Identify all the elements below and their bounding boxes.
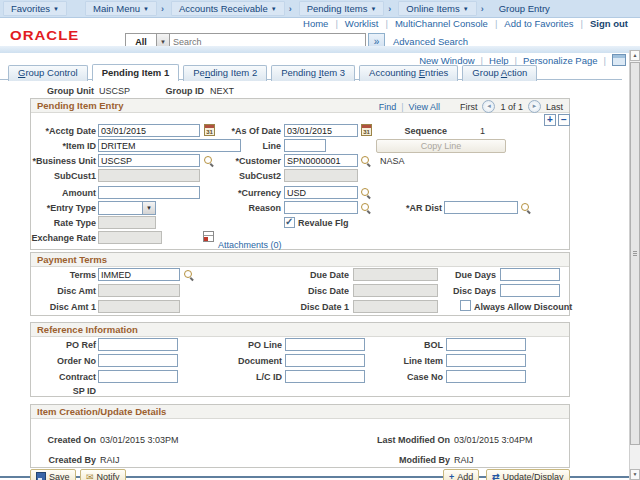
- revalue-flg-checkbox[interactable]: ✓: [284, 217, 295, 228]
- order-no-label: Order No: [20, 356, 96, 366]
- lc-id-input[interactable]: [285, 370, 365, 383]
- section-title: Reference Information: [37, 324, 138, 335]
- breadcrumb-favorites[interactable]: Favorites▼: [3, 1, 67, 16]
- bol-input[interactable]: [446, 338, 526, 351]
- subcust1-input: [98, 169, 200, 182]
- po-line-input[interactable]: [285, 338, 365, 351]
- created-by-value: RAIJ: [100, 455, 120, 465]
- update-display-button[interactable]: ⇄Update/Display: [486, 469, 570, 480]
- add-button[interactable]: +Add: [443, 469, 479, 480]
- amount-input[interactable]: [98, 186, 200, 199]
- home-link[interactable]: Home: [303, 18, 328, 29]
- breadcrumb-main-menu[interactable]: Main Menu▼: [85, 1, 157, 16]
- notify-button[interactable]: ✉Notify: [80, 469, 126, 480]
- next-row-icon[interactable]: ►: [528, 100, 541, 113]
- tab-pending-item-2[interactable]: Pending Item 2: [183, 65, 267, 81]
- contract-input[interactable]: [98, 370, 178, 383]
- tab-group-control[interactable]: Group Control: [8, 65, 88, 81]
- section-header: Pending Item Entry Find | View All First…: [31, 99, 569, 113]
- as-of-date-input[interactable]: [284, 124, 358, 137]
- modified-by-label: Modified By: [370, 455, 450, 465]
- sign-out-link[interactable]: Sign out: [590, 18, 628, 29]
- subcust2-label: SubCust2: [205, 171, 281, 181]
- group-id-value: NEXT: [210, 86, 234, 96]
- reason-label: Reason: [205, 203, 281, 213]
- lookup-icon[interactable]: [361, 203, 371, 213]
- envelope-icon: ✉: [86, 472, 94, 480]
- currency-label: *Currency: [205, 188, 281, 198]
- exchange-rate-detail-icon[interactable]: [203, 231, 214, 242]
- ar-dist-input[interactable]: [444, 201, 518, 214]
- breadcrumb-online-items[interactable]: Online Items▼: [398, 1, 476, 16]
- tab-group-action[interactable]: Group Action: [462, 65, 537, 81]
- breadcrumb-accounts-receivable[interactable]: Accounts Receivable▼: [171, 1, 285, 16]
- exchange-rate-input: [98, 231, 162, 244]
- calendar-icon[interactable]: 31: [361, 124, 372, 136]
- breadcrumb-separator: ›: [481, 4, 484, 14]
- lookup-icon[interactable]: [361, 156, 371, 166]
- bol-label: BOL: [395, 340, 443, 350]
- tab-pending-item-3[interactable]: Pending Item 3: [271, 65, 355, 81]
- always-allow-discount-checkbox[interactable]: [460, 300, 471, 311]
- new-window-icon[interactable]: [612, 54, 626, 66]
- order-no-input[interactable]: [98, 354, 178, 367]
- reason-input[interactable]: [284, 201, 358, 214]
- vertical-scrollbar[interactable]: ▲ ▼: [629, 50, 640, 480]
- lookup-icon[interactable]: [361, 188, 371, 198]
- scrollbar-thumb[interactable]: [630, 62, 640, 445]
- scroll-down-icon[interactable]: ▼: [630, 469, 640, 480]
- find-link[interactable]: Find: [379, 102, 397, 112]
- chevron-down-icon: ▼: [271, 6, 277, 12]
- exchange-rate-label: Exchange Rate: [20, 233, 96, 243]
- lookup-icon[interactable]: [184, 270, 194, 280]
- view-all-link[interactable]: View All: [409, 102, 440, 112]
- customer-input[interactable]: [284, 154, 358, 167]
- po-ref-input[interactable]: [98, 338, 178, 351]
- lookup-icon[interactable]: [521, 203, 531, 213]
- lc-id-label: L/C ID: [215, 372, 282, 382]
- line-item-input[interactable]: [446, 354, 526, 367]
- worklist-link[interactable]: Worklist: [345, 18, 379, 29]
- save-button[interactable]: Save: [30, 469, 76, 480]
- contract-label: Contract: [20, 372, 96, 382]
- acctg-date-input[interactable]: [98, 124, 200, 137]
- separator: |: [581, 18, 583, 29]
- section-title: Pending Item Entry: [37, 100, 124, 111]
- disc-days-input[interactable]: [500, 284, 560, 297]
- delete-row-button[interactable]: −: [558, 114, 570, 126]
- tab-accounting-entries[interactable]: Accounting Entries: [359, 65, 458, 81]
- line-input[interactable]: [284, 139, 326, 152]
- multichannel-console-link[interactable]: MultiChannel Console: [395, 18, 488, 29]
- terms-input[interactable]: [98, 268, 180, 281]
- as-of-date-label: *As Of Date: [205, 126, 281, 136]
- item-id-label: *Item ID: [20, 141, 96, 151]
- add-row-button[interactable]: +: [544, 114, 556, 126]
- section-title: Payment Terms: [37, 254, 107, 265]
- breadcrumb-pending-items[interactable]: Pending Items▼: [299, 1, 385, 16]
- group-id-label: Group ID: [140, 86, 204, 96]
- entry-type-select[interactable]: ▼: [98, 201, 156, 215]
- chevron-down-icon: ▼: [463, 6, 469, 12]
- po-line-label: PO Line: [215, 340, 282, 350]
- created-on-value: 03/01/2015 3:03PM: [100, 435, 179, 445]
- business-unit-input[interactable]: [98, 154, 200, 167]
- due-days-input[interactable]: [500, 268, 560, 281]
- terms-label: Terms: [20, 270, 96, 280]
- disc-days-label: Disc Days: [440, 286, 496, 296]
- created-by-label: Created By: [20, 455, 96, 465]
- case-no-input[interactable]: [446, 370, 526, 383]
- tab-pending-item-1[interactable]: Pending Item 1: [92, 64, 180, 81]
- attachments-link[interactable]: Attachments (0): [218, 240, 282, 250]
- document-input[interactable]: [285, 354, 365, 367]
- previous-row-icon[interactable]: ◄: [482, 100, 495, 113]
- add-to-favorites-link[interactable]: Add to Favorites: [504, 18, 573, 29]
- breadcrumb-separator: ›: [289, 4, 292, 14]
- currency-input[interactable]: [284, 186, 358, 199]
- disc-date1-input: [353, 300, 438, 313]
- breadcrumb-group-entry: Group Entry: [491, 1, 558, 16]
- item-id-input[interactable]: [98, 139, 241, 152]
- add-icon: +: [449, 472, 454, 480]
- scroll-up-icon[interactable]: ▲: [630, 50, 640, 61]
- rate-type-label: Rate Type: [20, 218, 96, 228]
- section-title: Item Creation/Update Details: [37, 406, 166, 417]
